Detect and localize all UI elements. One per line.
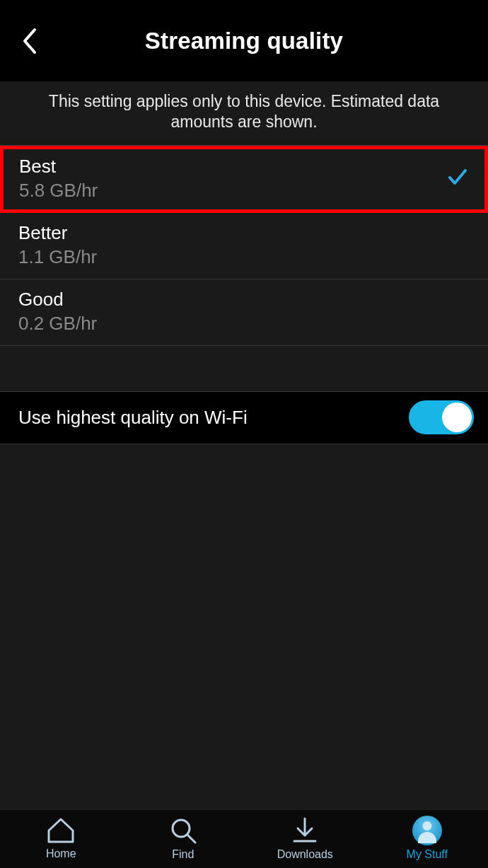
quality-option-best[interactable]: Best 5.8 GB/hr [0, 146, 488, 213]
tab-label: Home [46, 847, 76, 860]
tab-mystuff[interactable]: My Stuff [366, 816, 489, 861]
content: This setting applies only to this device… [0, 81, 488, 810]
quality-options-group: Best 5.8 GB/hr Better 1.1 GB/hr Good [0, 145, 488, 345]
tab-label: Find [172, 848, 194, 861]
back-button[interactable] [16, 27, 44, 55]
download-icon [290, 816, 320, 845]
section-gap [0, 345, 488, 392]
chevron-left-icon [21, 27, 39, 55]
tab-home[interactable]: Home [0, 816, 122, 860]
option-labels: Better 1.1 GB/hr [18, 221, 97, 269]
tab-downloads[interactable]: Downloads [244, 816, 366, 861]
description-text: This setting applies only to this device… [0, 81, 488, 145]
option-labels: Good 0.2 GB/hr [18, 288, 97, 335]
wifi-quality-row[interactable]: Use highest quality on Wi-Fi [0, 392, 488, 444]
home-icon [46, 816, 76, 845]
toggle-knob [442, 403, 472, 432]
wifi-quality-label: Use highest quality on Wi-Fi [18, 407, 248, 429]
tab-label: My Stuff [407, 848, 448, 861]
header: Streaming quality [0, 0, 488, 81]
option-subtitle: 5.8 GB/hr [19, 179, 98, 202]
search-icon [168, 816, 198, 845]
quality-option-better[interactable]: Better 1.1 GB/hr [0, 213, 488, 279]
avatar-icon [412, 816, 442, 845]
option-title: Best [19, 155, 98, 178]
tab-label: Downloads [277, 848, 333, 861]
option-subtitle: 0.2 GB/hr [18, 312, 97, 335]
content-spacer [0, 444, 488, 811]
svg-line-1 [187, 835, 195, 843]
screen: Streaming quality This setting applies o… [0, 0, 488, 868]
option-title: Good [18, 288, 97, 311]
option-title: Better [18, 221, 97, 245]
wifi-quality-toggle[interactable] [409, 400, 474, 434]
tab-find[interactable]: Find [122, 816, 245, 861]
page-title: Streaming quality [145, 28, 343, 54]
option-labels: Best 5.8 GB/hr [19, 155, 98, 202]
option-subtitle: 1.1 GB/hr [18, 245, 97, 269]
quality-option-good[interactable]: Good 0.2 GB/hr [0, 279, 488, 345]
check-icon [446, 166, 469, 191]
bottom-tabbar: Home Find Downloads My Stuff [0, 810, 488, 868]
